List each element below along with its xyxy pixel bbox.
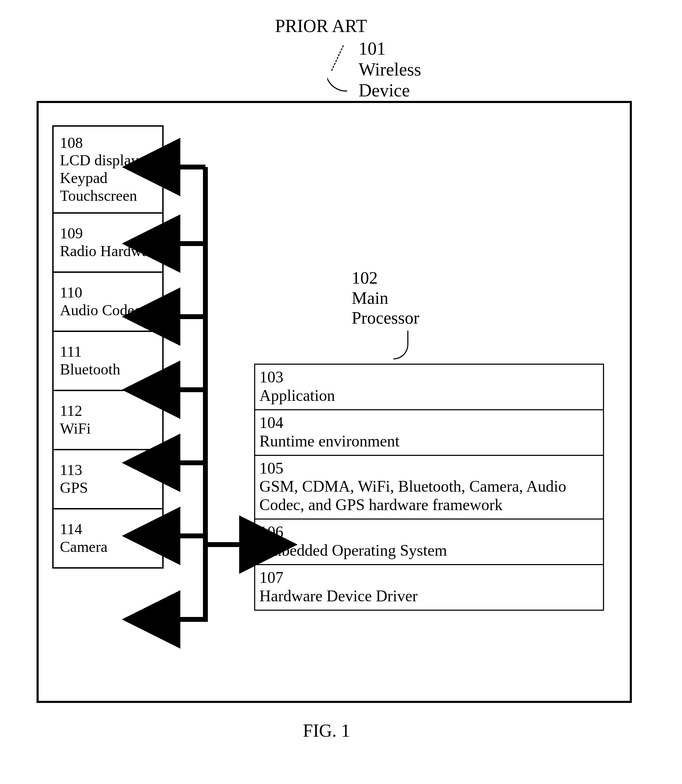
- figure-caption: FIG. 1: [303, 720, 350, 741]
- page: PRIOR ART 101 Wireless Device 108 LCD di…: [0, 0, 682, 784]
- prior-art-label: PRIOR ART: [275, 16, 367, 36]
- periph-num: 109: [60, 225, 156, 243]
- periph-num: 113: [60, 461, 156, 479]
- periph-num: 108: [60, 134, 156, 152]
- periph-label: LCD display Keypad Touchscreen: [60, 152, 156, 205]
- proc-label: Application: [259, 386, 335, 404]
- periph-108: 108 LCD display Keypad Touchscreen: [54, 125, 162, 212]
- peripheral-stack: 108 LCD display Keypad Touchscreen 109 R…: [52, 125, 164, 569]
- periph-num: 111: [60, 343, 156, 361]
- periph-109: 109 Radio Hardware: [54, 212, 162, 272]
- ref-101-text: Wireless Device: [359, 59, 421, 100]
- periph-label: WiFi: [60, 420, 156, 438]
- proc-label: Runtime environment: [259, 432, 399, 450]
- ref-102-text: Main Processor: [352, 288, 419, 328]
- proc-num: 103: [259, 368, 284, 386]
- proc-label: Embedded Operating System: [259, 541, 447, 559]
- periph-label: GPS: [60, 479, 156, 497]
- periph-label: Camera: [60, 538, 156, 556]
- proc-num: 105: [259, 460, 284, 477]
- ref-102-label: 102 Main Processor: [352, 268, 419, 328]
- periph-num: 114: [60, 521, 156, 538]
- leader-line-icon: [331, 45, 344, 71]
- leader-curve-icon: [325, 70, 347, 92]
- periph-label: Radio Hardware: [60, 243, 156, 260]
- periph-113: 113 GPS: [54, 449, 162, 508]
- proc-label: GSM, CDMA, WiFi, Bluetooth, Camera, Audi…: [259, 477, 566, 514]
- ref-102-num: 102: [352, 268, 378, 288]
- processor-stack: 103 Application 104 Runtime environment …: [254, 364, 604, 611]
- proc-106: 106 Embedded Operating System: [255, 518, 603, 564]
- proc-107: 107 Hardware Device Driver: [255, 564, 603, 610]
- proc-num: 106: [259, 523, 284, 541]
- periph-num: 110: [60, 284, 156, 302]
- periph-110: 110 Audio Codec: [54, 272, 162, 331]
- ref-101-label: 101 Wireless Device: [359, 38, 421, 100]
- periph-112: 112 WiFi: [54, 390, 162, 449]
- proc-104: 104 Runtime environment: [255, 409, 603, 455]
- proc-103: 103 Application: [255, 364, 603, 409]
- periph-label: Audio Codec: [60, 302, 156, 320]
- proc-105: 105 GSM, CDMA, WiFi, Bluetooth, Camera, …: [255, 455, 603, 519]
- periph-num: 112: [60, 402, 156, 420]
- proc-num: 104: [259, 414, 284, 431]
- proc-label: Hardware Device Driver: [259, 587, 418, 605]
- periph-114: 114 Camera: [54, 508, 162, 567]
- ref-101-num: 101: [359, 39, 386, 59]
- periph-111: 111 Bluetooth: [54, 331, 162, 390]
- proc-num: 107: [259, 569, 284, 586]
- periph-label: Bluetooth: [60, 361, 156, 378]
